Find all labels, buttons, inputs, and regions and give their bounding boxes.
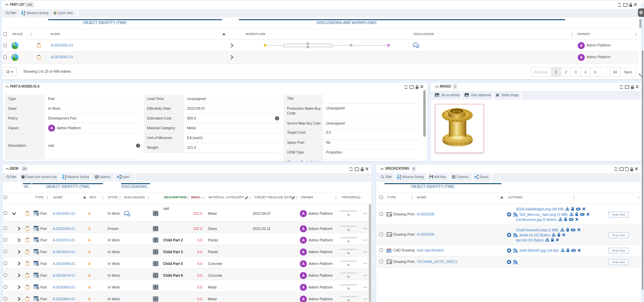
svg-text:?: ? (276, 117, 278, 120)
svg-text:?: ? (137, 144, 139, 147)
svg-text:Z: Z (399, 177, 401, 180)
svg-text:Z: Z (65, 177, 66, 180)
svg-text:Z: Z (24, 13, 25, 16)
